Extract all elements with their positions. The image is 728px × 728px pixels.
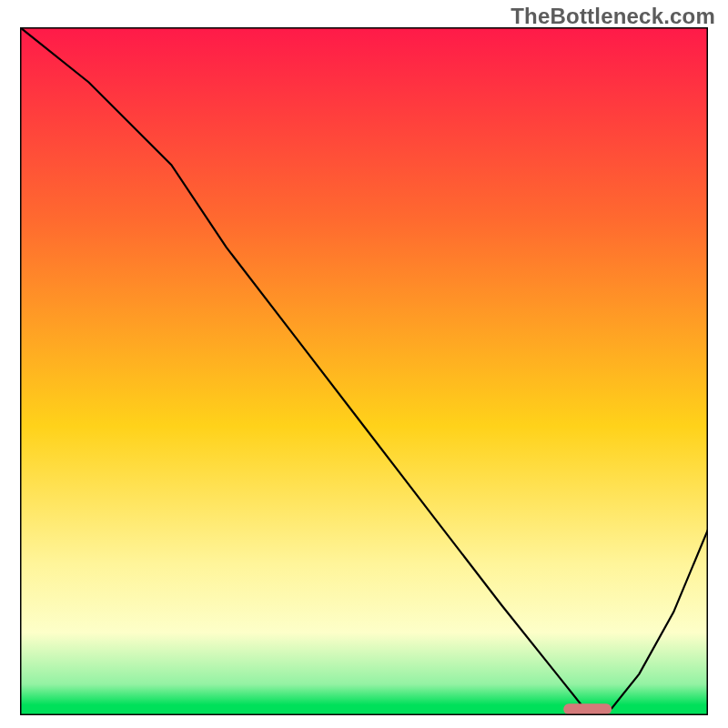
chart-container: TheBottleneck.com (0, 0, 728, 728)
watermark-text: TheBottleneck.com (511, 4, 715, 29)
chart-svg (20, 27, 708, 715)
sweet-spot-marker (563, 703, 612, 714)
bottleneck-chart (20, 27, 708, 715)
gradient-background (20, 27, 708, 715)
